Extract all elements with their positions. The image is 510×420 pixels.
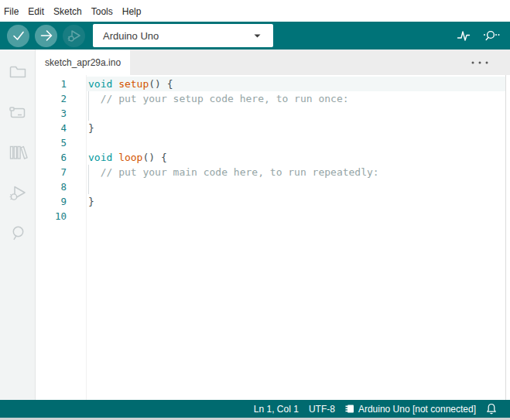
menu-file[interactable]: File [0, 2, 23, 19]
encoding[interactable]: UTF-8 [309, 404, 335, 415]
board-selector[interactable]: Arduino Uno [93, 24, 273, 47]
cursor-position[interactable]: Ln 1, Col 1 [254, 404, 299, 415]
serial-monitor-icon [481, 27, 500, 44]
menu-help[interactable]: Help [118, 2, 146, 19]
verify-button[interactable] [7, 25, 29, 47]
indent-guide [88, 179, 89, 194]
line-number: 7 [36, 165, 67, 179]
code-editor[interactable]: 12345678910 void setup() { // put your s… [36, 75, 510, 400]
code-line-2[interactable]: // put your setup code here, to run once… [87, 91, 505, 106]
board-selector-value: Arduino Uno [103, 30, 254, 42]
serial-plotter-icon [455, 27, 472, 44]
sidebar-library-manager-button[interactable] [0, 132, 36, 172]
sidebar-search-button[interactable] [0, 213, 36, 253]
status-bar: Ln 1, Col 1 UTF-8 Arduino Uno [not conne… [0, 400, 510, 418]
indent-guide [88, 165, 89, 179]
code-line-6[interactable]: void loop() { [87, 150, 505, 165]
line-number: 10 [36, 209, 67, 224]
library-icon [8, 142, 28, 162]
debug-icon [66, 27, 83, 44]
code-line-7[interactable]: // put your main code here, to run repea… [87, 165, 505, 179]
code-line-1[interactable]: void setup() { [87, 77, 505, 91]
board-status-label: Arduino Uno [not connected] [358, 404, 476, 415]
menu-tools[interactable]: Tools [87, 2, 118, 19]
search-icon [8, 223, 28, 243]
code-line-4[interactable]: } [87, 121, 505, 135]
tab-sketch[interactable]: sketch_apr29a.ino [36, 50, 130, 75]
debug-icon [7, 182, 29, 203]
code-line-9[interactable]: } [87, 194, 505, 209]
tab-bar: sketch_apr29a.ino [36, 50, 510, 75]
menu-edit[interactable]: Edit [23, 2, 49, 19]
code-line-3[interactable] [87, 106, 505, 121]
sidebar-boards-manager-button[interactable] [0, 92, 36, 132]
ellipsis-icon [471, 60, 489, 65]
arduino-ide-window: File Edit Sketch Tools Help Arduino Uno [0, 0, 510, 420]
board-status[interactable]: Arduino Uno [not connected] [345, 404, 476, 415]
sidebar-sketchbook-button[interactable] [0, 52, 36, 92]
line-number: 2 [36, 91, 67, 106]
indent-guide [88, 91, 89, 106]
line-number: 3 [36, 106, 67, 121]
chip-icon [345, 404, 355, 414]
debug-button[interactable] [63, 25, 85, 47]
tab-label: sketch_apr29a.ino [45, 57, 121, 68]
menu-bar: File Edit Sketch Tools Help [0, 0, 510, 22]
serial-monitor-button[interactable] [479, 24, 502, 47]
notifications-button[interactable] [486, 403, 497, 415]
line-number: 5 [36, 135, 67, 150]
line-number: 4 [36, 121, 67, 135]
sidebar-debug-button[interactable] [0, 172, 36, 213]
toolbar: Arduino Uno [0, 22, 510, 50]
activity-sidebar [0, 50, 36, 400]
indent-guide [88, 106, 89, 121]
check-icon [11, 28, 26, 43]
line-number: 6 [36, 150, 67, 165]
serial-plotter-button[interactable] [452, 24, 475, 47]
code-line-10[interactable] [87, 209, 505, 224]
line-number: 9 [36, 194, 67, 209]
board-icon [8, 102, 28, 122]
folder-icon [8, 62, 28, 82]
upload-button[interactable] [35, 25, 57, 47]
code-line-8[interactable] [87, 179, 505, 194]
chevron-down-icon [254, 34, 261, 38]
arrow-right-icon [39, 28, 54, 43]
editor-lines[interactable]: void setup() { // put your setup code he… [87, 75, 506, 400]
line-number: 8 [36, 179, 67, 194]
bell-icon [486, 403, 497, 415]
editor-gutter: 12345678910 [36, 75, 87, 400]
line-number: 1 [36, 77, 67, 91]
menu-sketch[interactable]: Sketch [49, 2, 87, 19]
code-line-5[interactable] [87, 135, 505, 150]
tab-more-button[interactable] [471, 50, 510, 75]
